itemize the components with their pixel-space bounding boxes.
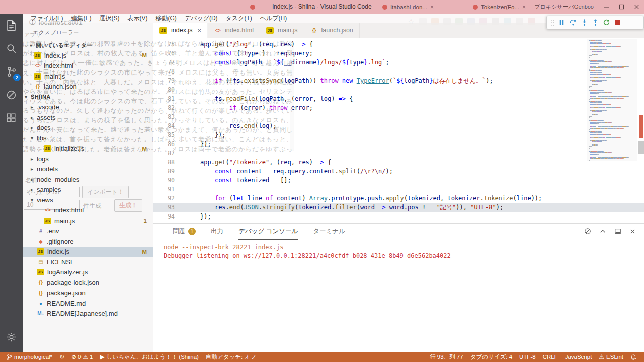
tree-item-logAnalyzer.js[interactable]: JSlogAnalyzer.js <box>23 267 153 278</box>
open-editor-launch.json[interactable]: {}launch.json <box>23 82 153 92</box>
tree-item-logs[interactable]: ▸logs <box>23 154 153 164</box>
close-icon[interactable]: × <box>522 4 526 11</box>
code-line-84[interactable]: 84 res.end(log); <box>153 121 644 130</box>
code-line-77[interactable]: 77 const logPath = `${__dirname}/logs/${… <box>153 58 644 67</box>
code-line-83[interactable]: 83 <box>153 112 644 121</box>
panel-tab-デバッグ コンソール[interactable]: デバッグ コンソール <box>238 224 298 240</box>
maximize-panel-button[interactable] <box>599 228 606 235</box>
menu-item-4[interactable]: 移動(G) <box>151 14 180 23</box>
open-editors-header[interactable]: ▾ 開いているエディター <box>23 40 153 50</box>
close-icon[interactable]: × <box>197 27 201 34</box>
tree-item-assets[interactable]: ▸assets <box>23 112 153 123</box>
menu-item-5[interactable]: デバッグ(D) <box>181 14 222 23</box>
tree-item-index.js[interactable]: JSindex.jsM <box>23 247 153 257</box>
tree-item-package-lock.json[interactable]: {}package-lock.json <box>23 277 153 288</box>
status-item-eslint[interactable]: ⚠ESLint <box>595 352 627 362</box>
tree-item-README[Japanese].md[interactable]: M↓README[Japanese].md <box>23 309 153 319</box>
menu-item-1[interactable]: 編集(E) <box>67 14 95 23</box>
code-line-94[interactable]: 94}); <box>153 212 644 221</box>
close-panel-button[interactable] <box>629 228 636 235</box>
code-line-75[interactable]: 75app.get("/log", (req, res) => { <box>153 40 644 49</box>
status-item-task[interactable]: ▶しいちゃん、おはよう！！ (Shiina) <box>96 352 202 362</box>
code-line-82[interactable]: 82 if (error) throw error; <box>153 103 644 112</box>
tree-item-README.md[interactable]: ●README.md <box>23 298 153 309</box>
code-line-87[interactable]: 87 <box>153 149 644 158</box>
step-out-button[interactable] <box>592 19 599 26</box>
tab-launch.json[interactable]: {}launch.json <box>304 23 360 38</box>
status-item-eol[interactable]: CRLF <box>539 352 561 362</box>
menu-item-2[interactable]: 選択(S) <box>95 14 123 23</box>
stop-button[interactable] <box>614 19 621 26</box>
code-line-90[interactable]: 90 const tokenized = []; <box>153 176 644 185</box>
code-line-81[interactable]: 81 fs.readFile(logPath, (error, log) => … <box>153 94 644 103</box>
tree-item-main.js[interactable]: JSmain.js1 <box>23 215 153 226</box>
tree-item-node_modules[interactable]: ▸node_modules <box>23 174 153 185</box>
status-item-cursor-position[interactable]: 行 93、列 77 <box>426 352 466 362</box>
activity-item-extensions[interactable] <box>0 106 23 129</box>
menu-item-3[interactable]: 表示(V) <box>123 14 151 23</box>
status-item-git-branch[interactable]: morphological* <box>3 352 56 362</box>
activity-item-search[interactable] <box>0 37 23 60</box>
step-over-button[interactable] <box>569 19 577 26</box>
tree-item-LICENSE[interactable]: ▤LICENSE <box>23 257 153 267</box>
open-editor-index.js[interactable]: JSindex.jsM <box>23 50 153 61</box>
minimize-button[interactable] <box>599 0 614 14</box>
ghost-browser-tab-2[interactable]: Tokenizer(Fo... × <box>473 0 526 14</box>
tree-item-views[interactable]: ▾views <box>23 195 153 205</box>
ghost-browser-tab-1[interactable]: Itabashi-don... × <box>382 0 434 14</box>
restart-button[interactable] <box>603 19 610 26</box>
code-line-91[interactable]: 91 <box>153 185 644 194</box>
code-line-79[interactable]: 79 if (!fs.existsSync(logPath)) throw ne… <box>153 76 644 85</box>
tree-item-.env[interactable]: #.env <box>23 226 153 237</box>
tree-item-index.html[interactable]: <>index.html <box>23 205 153 216</box>
code-lines[interactable]: 75app.get("/log", (req, res) => {76 cons… <box>153 38 644 223</box>
tree-item-package.json[interactable]: {}package.json <box>23 288 153 299</box>
panel-tab-問題[interactable]: 問題1 <box>173 224 196 239</box>
drag-handle-icon[interactable] <box>551 19 554 27</box>
editor-scrollbar-thumb[interactable] <box>638 141 644 154</box>
status-item-problems[interactable]: ⊘ 0 ⚠ 1 <box>68 352 96 362</box>
code-line-89[interactable]: 89 const content = req.query.content.spl… <box>153 167 644 176</box>
step-into-button[interactable] <box>581 19 588 26</box>
menu-item-7[interactable]: ヘルプ(H) <box>256 14 291 23</box>
code-line-76[interactable]: 76 const { type } = req.query; <box>153 49 644 58</box>
tree-item-SHIINA[interactable]: ▾SHIINA <box>23 92 153 102</box>
code-line-88[interactable]: 88app.get("/tokenize", (req, res) => { <box>153 158 644 167</box>
clear-console-button[interactable] <box>584 228 591 235</box>
status-item-notifications[interactable] <box>627 352 640 362</box>
activity-item-explorer[interactable] <box>0 14 23 37</box>
activity-item-source-control[interactable]: 2 <box>0 60 23 83</box>
status-item-sync[interactable]: ↻ <box>56 352 68 362</box>
status-item-encoding[interactable]: UTF-8 <box>516 352 539 362</box>
panel-tab-ターミナル[interactable]: ターミナル <box>313 224 345 239</box>
close-button[interactable] <box>629 0 644 14</box>
tab-index.html[interactable]: <>index.html <box>208 23 260 38</box>
menu-item-6[interactable]: タスク(T) <box>222 14 256 23</box>
status-item-tab-size[interactable]: タブのサイズ: 4 <box>467 352 516 362</box>
code-line-86[interactable]: 86}); <box>153 139 644 149</box>
code-line-92[interactable]: 92 for (let line of content) Array.proto… <box>153 194 644 203</box>
tab-index.js[interactable]: JSindex.js× <box>153 23 208 38</box>
tree-item-.vscode[interactable]: ▸.vscode <box>23 102 153 113</box>
status-item-auto-attach[interactable]: 自動アタッチ: オフ <box>202 352 260 362</box>
tree-item-initialize.js[interactable]: JSinitialize.jsM <box>23 143 153 154</box>
debug-console-output[interactable]: node --inspect-brk=28221 index.jsDebugge… <box>153 239 644 260</box>
activity-item-settings[interactable] <box>0 325 23 348</box>
tree-item-docs[interactable]: ▸docs <box>23 123 153 133</box>
close-icon[interactable]: × <box>430 4 434 11</box>
tree-item-models[interactable]: ▸models <box>23 164 153 175</box>
code-line-78[interactable]: 78 <box>153 67 644 76</box>
panel-layout-button[interactable] <box>614 228 621 235</box>
open-editor-main.js[interactable]: JSmain.js <box>23 71 153 82</box>
minimap[interactable] <box>587 39 637 161</box>
code-line-80[interactable]: 80 <box>153 85 644 94</box>
status-item-language[interactable]: JavaScript <box>561 352 596 362</box>
maximize-button[interactable] <box>614 0 629 14</box>
activity-item-debug[interactable] <box>0 83 23 106</box>
code-line-93[interactable]: 93 res.end(JSON.stringify(tokenized.filt… <box>153 203 644 212</box>
panel-tab-出力[interactable]: 出力 <box>211 224 223 239</box>
tree-item-.gitignore[interactable]: ◆.gitignore <box>23 236 153 247</box>
tab-main.js[interactable]: JSmain.js <box>260 23 304 38</box>
code-line-85[interactable]: 85 }); <box>153 130 644 139</box>
tree-item-samples[interactable]: ▸samples <box>23 185 153 195</box>
